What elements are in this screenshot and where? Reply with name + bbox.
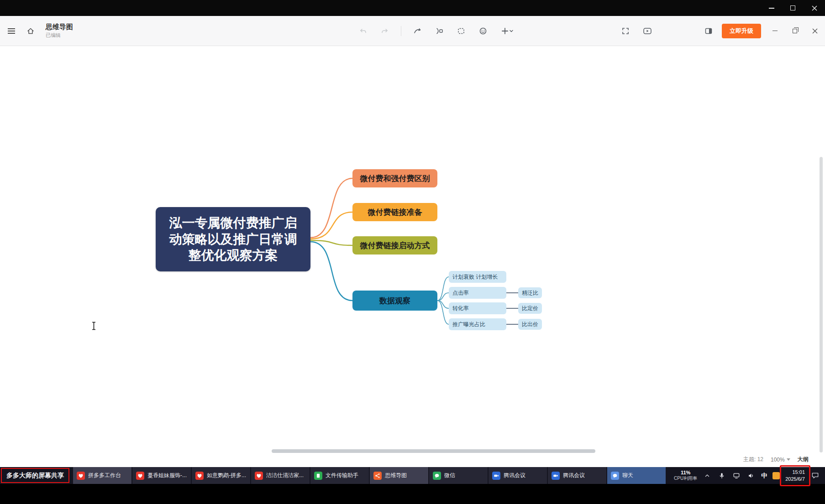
fullscreen-icon [621,27,630,35]
monitor-icon [733,472,740,479]
taskbar-item-shop3[interactable]: 洁洁仕清洁家... [251,467,310,484]
undo-icon [359,27,367,35]
summary-icon [435,27,443,35]
clock-time: 15:01 [785,469,805,476]
taskbar-item-meeting-2[interactable]: 腾讯会议 [548,467,606,484]
notification-button[interactable] [810,471,820,480]
speaker-icon [747,472,755,479]
plus-icon [501,27,514,35]
home-button[interactable] [25,25,37,37]
microphone-icon [718,472,725,479]
outer-minimize-button[interactable] [761,0,782,16]
play-icon [643,27,652,35]
close-icon [812,28,818,34]
horizontal-scrollbar[interactable] [272,449,595,453]
app-title: 思维导图 [46,23,73,31]
outer-close-button[interactable] [804,0,825,16]
file-transfer-icon [314,472,322,480]
vertical-scrollbar[interactable] [820,157,823,452]
tray-clock[interactable]: 15:01 2025/6/7 [785,469,805,483]
tencent-meeting-icon [492,472,500,480]
taskbar-item-pdd-workbench[interactable]: 拼多多工作台 [73,467,131,484]
app-close-button[interactable] [809,25,821,37]
taskbar-item-shop1[interactable]: 蔓香姐妹服饰-... [132,467,191,484]
tray-app-icon[interactable] [772,472,780,479]
leaf-node-1[interactable]: 精泛比 [518,287,542,298]
taskbar-item-file-transfer[interactable]: 文件传输助手 [310,467,369,484]
tencent-meeting-icon [552,472,560,480]
branch-node-2[interactable]: 微付费链接准备 [352,203,437,221]
wechat-icon [433,472,441,480]
chevron-up-icon [704,473,710,479]
fullscreen-button[interactable] [620,25,631,37]
taskbar-item-wechat[interactable]: 微信 [429,467,488,484]
relation-line-icon [413,27,421,35]
mindmap-canvas[interactable]: 泓一专属微付费推广启动策略以及推广日常调整优化观察方案 微付费和强付费区别 微付… [0,46,825,467]
panel-toggle-button[interactable] [703,25,715,37]
child-node-3[interactable]: 转化率 [449,302,506,314]
relation-line-button[interactable] [411,25,423,37]
redo-button[interactable] [379,25,391,37]
app-toolbar: 思维导图 已编辑 [0,16,825,46]
app-restore-button[interactable] [788,25,801,37]
insert-node-button[interactable] [499,25,515,37]
cpu-usage-indicator[interactable]: 11% CPU利用率 [674,470,697,481]
taskbar: 多多大师的屏幕共享 拼多多工作台 蔓香姐妹服饰-... 如意鹦鹉-拼多... 洁… [0,467,825,484]
taskbar-item-shop2[interactable]: 如意鹦鹉-拼多... [192,467,250,484]
outer-maximize-button[interactable] [782,0,804,16]
topic-count-label: 主题: 12 [743,456,763,463]
volume-button[interactable] [746,471,756,480]
boundary-icon [457,27,465,35]
close-icon [812,5,817,11]
upgrade-button[interactable]: 立即升级 [722,24,761,38]
minimize-icon [769,8,774,9]
zoom-control[interactable]: 100% [771,457,790,463]
zoom-value: 100% [771,457,785,463]
taskbar-item-mindmap[interactable]: 思维导图 [370,467,428,484]
microphone-button[interactable] [717,471,726,480]
tray-expand-button[interactable] [703,471,712,480]
present-button[interactable] [641,25,653,37]
outer-titlebar [0,0,825,16]
text-cursor-icon [91,322,97,330]
child-node-1[interactable]: 计划衰败 计划增长 [449,271,506,283]
sticker-button[interactable] [477,25,489,37]
toolbar-divider [401,26,401,36]
undo-button[interactable] [357,25,369,37]
pinduoduo-icon [77,472,85,480]
leaf-node-2[interactable]: 比定价 [518,303,542,314]
screen-share-window: 思维导图 已编辑 [0,0,825,504]
branch-node-1[interactable]: 微付费和强付费区别 [352,169,437,187]
mindmap-app-icon [373,472,382,480]
edit-status: 已编辑 [46,32,73,39]
menu-button[interactable] [5,25,17,37]
branch-node-3[interactable]: 微付费链接启动方式 [352,236,437,255]
child-node-4[interactable]: 推广曝光占比 [449,318,506,330]
taskbar-item-chat[interactable]: 聊天 [607,467,666,484]
outline-toggle[interactable]: 大纲 [798,456,809,463]
root-node[interactable]: 泓一专属微付费推广启动策略以及推广日常调整优化观察方案 [156,207,310,271]
app-minimize-button[interactable] [768,25,781,37]
child-node-2[interactable]: 点击率 [449,287,506,299]
maximize-icon [790,5,795,10]
pinduoduo-icon [255,472,263,480]
branch-node-4[interactable]: 数据观察 [352,291,437,311]
screen-share-button[interactable] [732,471,741,480]
redo-icon [381,27,389,35]
panel-icon [704,27,713,35]
chevron-down-icon [787,458,790,461]
taskbar-item-meeting-1[interactable]: 腾讯会议 [489,467,547,484]
message-bubble-icon [811,472,819,479]
pinduoduo-icon [136,472,144,480]
chat-icon [611,472,619,480]
leaf-node-3[interactable]: 比出价 [518,319,542,330]
pinduoduo-icon [195,472,204,480]
summary-button[interactable] [433,25,445,37]
ime-indicator[interactable]: 中 [761,472,767,480]
clock-date: 2025/6/7 [785,476,805,483]
home-icon [26,27,35,35]
minimize-icon [772,31,778,31]
boundary-button[interactable] [455,25,467,37]
screen-share-label: 多多大师的屏幕共享 [1,468,69,483]
smiley-icon [479,27,487,35]
